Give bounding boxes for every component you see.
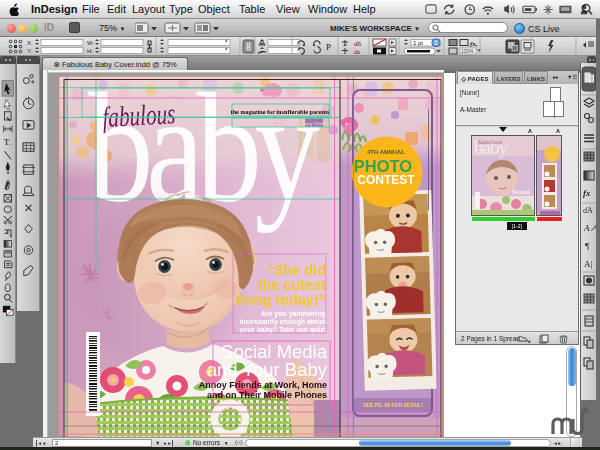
svg-text:1 pt: 1 pt	[413, 40, 423, 46]
svg-text:Y:: Y:	[27, 48, 33, 54]
svg-text:thing today!”: thing today!”	[236, 292, 326, 308]
svg-text:P: P	[326, 42, 331, 52]
svg-text:ɗA: ɗA	[583, 206, 593, 215]
svg-text:and on Their Mobile Phones: and on Their Mobile Phones	[207, 390, 327, 400]
svg-text:fabulous: fabulous	[102, 97, 177, 133]
svg-text:100%: 100%	[461, 48, 474, 54]
svg-text:dɹ: dɹ	[354, 48, 361, 56]
svg-text:fx,: fx,	[470, 40, 478, 48]
svg-text:X:: X:	[27, 40, 33, 46]
svg-text:H:: H:	[87, 48, 93, 54]
svg-text:SEE PG. 68 FOR DETAIL!: SEE PG. 68 FOR DETAIL!	[363, 402, 423, 408]
svg-text:T.: T.	[4, 137, 11, 147]
svg-text:and Your Baby: and Your Baby	[207, 359, 328, 380]
svg-text:fx: fx	[583, 188, 591, 198]
svg-text:“She did: “She did	[266, 262, 326, 278]
svg-text:¶: ¶	[585, 241, 589, 251]
svg-text:the cutest: the cutest	[258, 277, 327, 293]
svg-text:A↗: A↗	[583, 223, 597, 233]
svg-text:A|: A|	[584, 259, 592, 269]
svg-text:ɗб: ɗб	[354, 40, 362, 48]
svg-text:CONTEST: CONTEST	[357, 173, 415, 187]
svg-text:4TH ANNUAL: 4TH ANNUAL	[367, 149, 405, 155]
svg-text:incessantly enough about: incessantly enough about	[240, 318, 327, 326]
svg-text:Are you yammering: Are you yammering	[261, 310, 326, 318]
svg-text:W:: W:	[87, 40, 95, 46]
svg-text:the magazine for insufferable: the magazine for insufferable parents	[231, 108, 330, 115]
svg-text:Annoy Friends at Work, Home: Annoy Friends at Work, Home	[199, 380, 327, 390]
svg-text:may 2010: may 2010	[305, 121, 324, 126]
